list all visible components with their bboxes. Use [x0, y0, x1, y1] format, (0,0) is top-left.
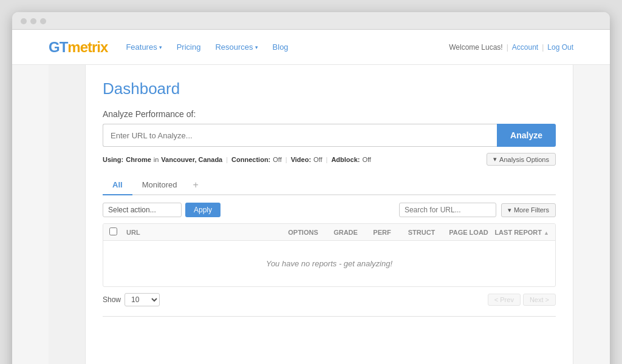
apply-button[interactable]: Apply: [185, 203, 220, 217]
chevron-down-icon-filters: ▾: [508, 206, 511, 214]
sidebar: [49, 65, 85, 364]
pagination-buttons: < Prev Next >: [488, 294, 556, 306]
show-label: Show: [103, 295, 121, 304]
features-chevron-icon: ▾: [159, 44, 162, 50]
adblock-value: Off: [362, 156, 371, 163]
dashboard-area: Dashboard Analyze Performance of: Analyz…: [85, 65, 573, 364]
tab-add-button[interactable]: +: [186, 176, 204, 194]
sep-2: |: [285, 156, 287, 163]
connection-label: Connection:: [231, 156, 270, 163]
col-header-perf: PERF: [364, 229, 400, 236]
col-header-lastreport: LAST REPORT ▲: [494, 229, 549, 236]
action-row: Select action... Apply ▾ More Filters: [103, 203, 556, 217]
analyze-label: Analyze Performance of:: [103, 109, 556, 119]
url-input[interactable]: [103, 124, 497, 147]
analysis-options-button[interactable]: ▾ Analysis Options: [487, 153, 556, 166]
col-header-grade: GRADE: [327, 229, 364, 236]
browser-dot-1: [21, 18, 27, 24]
col-header-pageload: PAGE LOAD: [443, 229, 494, 236]
nav-right: Welcome Lucas! | Account | Log Out: [449, 43, 573, 52]
using-row: Using: Chrome in Vancouver, Canada | Con…: [103, 153, 556, 166]
nav-pricing[interactable]: Pricing: [177, 42, 201, 52]
page-title: Dashboard: [103, 79, 556, 98]
col-header-struct: STRUCT: [400, 229, 443, 236]
sep-3: |: [326, 156, 328, 163]
navbar: GTmetrix Features ▾ Pricing Resources ▾ …: [12, 30, 610, 65]
tab-all[interactable]: All: [103, 175, 132, 195]
table-header: URL OPTIONS GRADE PERF STRUCT PAGE LOAD …: [103, 224, 555, 241]
table-empty-message: You have no reports - get analyzing!: [103, 241, 555, 286]
logo-metrix: metrix: [67, 39, 108, 55]
welcome-text: Welcome Lucas!: [449, 43, 502, 52]
browser-window: GTmetrix Features ▾ Pricing Resources ▾ …: [12, 12, 610, 364]
connection-value: Off: [273, 156, 281, 163]
logout-link[interactable]: Log Out: [547, 43, 573, 52]
bottom-divider: [103, 316, 556, 317]
browser-dot-2: [30, 18, 36, 24]
adblock-label: Adblock:: [331, 156, 360, 163]
account-link[interactable]: Account: [512, 43, 538, 52]
analyze-button[interactable]: Analyze: [497, 124, 556, 147]
main-content: Dashboard Analyze Performance of: Analyz…: [12, 65, 610, 364]
prev-button[interactable]: < Prev: [488, 294, 521, 306]
logo[interactable]: GTmetrix: [49, 39, 108, 56]
nav-resources[interactable]: Resources ▾: [215, 42, 258, 52]
more-filters-button[interactable]: ▾ More Filters: [501, 203, 556, 217]
resources-chevron-icon: ▾: [255, 44, 258, 50]
video-label: Video:: [291, 156, 311, 163]
search-url-input[interactable]: [399, 203, 496, 217]
pagination-row: Show 10 < Prev Next >: [103, 293, 556, 306]
tabs: All Monitored +: [103, 175, 556, 195]
logo-gt: GT: [49, 39, 67, 55]
chevron-down-icon: ▾: [493, 155, 497, 163]
tab-monitored[interactable]: Monitored: [132, 175, 187, 195]
nav-blog[interactable]: Blog: [273, 42, 289, 52]
using-in: in: [154, 156, 159, 163]
divider-2: |: [542, 43, 544, 52]
browser-chrome: [12, 12, 610, 30]
show-select: Show 10: [103, 293, 160, 306]
sort-arrow-icon: ▲: [544, 230, 549, 236]
using-browser: Chrome: [126, 156, 151, 163]
using-location: Vancouver, Canada: [161, 156, 222, 163]
action-right: ▾ More Filters: [399, 203, 556, 217]
nav-features[interactable]: Features ▾: [126, 42, 162, 52]
divider-1: |: [507, 43, 508, 52]
browser-dot-3: [40, 18, 46, 24]
video-value: Off: [313, 156, 322, 163]
col-header-url: URL: [126, 229, 279, 236]
sep-1: |: [226, 156, 228, 163]
action-left: Select action... Apply: [103, 203, 220, 217]
select-all-checkbox[interactable]: [109, 228, 117, 235]
select-action-dropdown[interactable]: Select action...: [103, 203, 182, 217]
next-button[interactable]: Next >: [523, 294, 556, 306]
nav-links: Features ▾ Pricing Resources ▾ Blog: [126, 42, 449, 52]
show-count-select[interactable]: 10: [125, 293, 160, 306]
using-label: Using:: [103, 156, 123, 163]
col-header-options: OPTIONS: [279, 229, 327, 236]
browser-content: GTmetrix Features ▾ Pricing Resources ▾ …: [12, 30, 610, 364]
analyze-row: Analyze: [103, 124, 556, 147]
reports-table: URL OPTIONS GRADE PERF STRUCT PAGE LOAD …: [103, 223, 556, 287]
